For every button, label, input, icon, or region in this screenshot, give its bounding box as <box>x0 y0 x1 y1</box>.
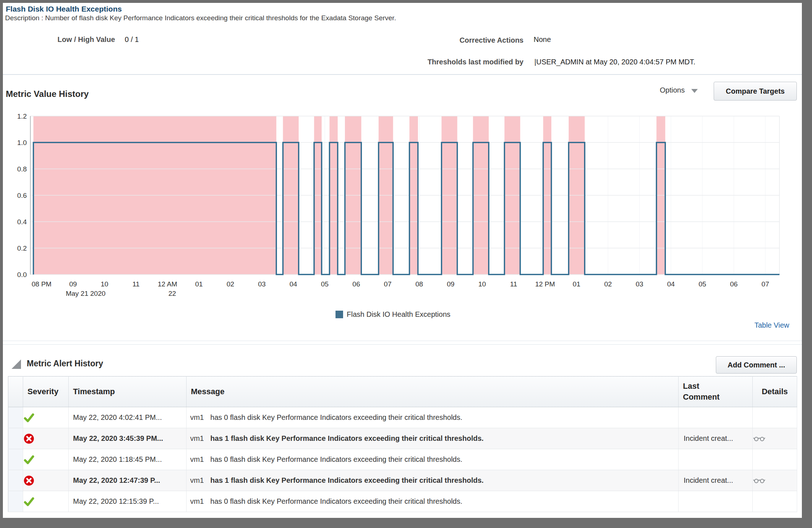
svg-text:22: 22 <box>168 290 176 297</box>
message-cell: vm1has 0 flash disk Key Performance Indi… <box>187 491 679 512</box>
message-text: has 1 flash disk Key Performance Indicat… <box>210 434 484 443</box>
options-label: Options <box>660 86 685 94</box>
svg-text:05: 05 <box>321 280 329 288</box>
col-header-timestamp[interactable]: Timestamp <box>69 376 187 407</box>
col-header-last-comment-label: Last Comment <box>683 381 725 402</box>
page-content: Flash Disk IO Health Exceptions Descript… <box>3 3 802 518</box>
message-text: has 0 flash disk Key Performance Indicat… <box>210 413 462 422</box>
message-text: has 0 flash disk Key Performance Indicat… <box>210 497 462 506</box>
glasses-icon[interactable] <box>753 478 796 484</box>
svg-text:12 AM: 12 AM <box>158 280 177 288</box>
details-cell <box>753 407 797 428</box>
timestamp-cell: May 22, 2020 12:47:39 P... <box>73 476 160 484</box>
page-description: Description : Number of flash disk Key P… <box>5 14 396 22</box>
chart-canvas: 1.21.00.80.60.40.20.008 PM09101112 AM010… <box>3 108 802 307</box>
table-view-link[interactable]: Table View <box>717 321 789 329</box>
metric-value-history-chart: 1.21.00.80.60.40.20.008 PM09101112 AM010… <box>3 108 802 307</box>
svg-text:0.2: 0.2 <box>17 244 27 252</box>
target-name: vm1 <box>190 476 204 485</box>
alert-history-table: Severity Timestamp Message Last Comment … <box>8 376 797 512</box>
section-divider-bottom <box>3 344 802 345</box>
details-cell <box>753 449 797 470</box>
svg-text:01: 01 <box>573 280 580 288</box>
message-cell: vm1has 1 flash disk Key Performance Indi… <box>187 470 679 491</box>
svg-text:09: 09 <box>69 280 77 288</box>
legend-swatch-icon <box>336 311 343 318</box>
message-text: has 1 flash disk Key Performance Indicat… <box>210 476 484 485</box>
svg-text:05: 05 <box>698 280 706 288</box>
details-cell <box>753 428 797 449</box>
table-header-row: Severity Timestamp Message Last Comment … <box>8 376 797 407</box>
message-text: has 0 flash disk Key Performance Indicat… <box>210 455 462 464</box>
timestamp-cell: May 22, 2020 1:18:45 PM... <box>73 455 162 463</box>
row-selector-header <box>8 376 23 407</box>
svg-text:02: 02 <box>227 280 234 288</box>
low-high-label: Low / High Value <box>25 35 115 44</box>
svg-text:0.8: 0.8 <box>17 165 27 173</box>
col-header-severity[interactable]: Severity <box>23 376 69 407</box>
svg-text:04: 04 <box>667 280 675 288</box>
svg-text:1.0: 1.0 <box>17 139 27 146</box>
svg-text:May 21 2020: May 21 2020 <box>66 290 106 297</box>
svg-text:04: 04 <box>290 280 298 288</box>
severity-critical-icon <box>23 470 69 491</box>
compare-targets-button[interactable]: Compare Targets <box>714 82 797 101</box>
svg-text:0.6: 0.6 <box>17 192 27 199</box>
target-name: vm1 <box>190 455 204 464</box>
svg-text:03: 03 <box>258 280 266 288</box>
table-row[interactable]: May 22, 2020 1:18:45 PM... vm1has 0 flas… <box>8 449 797 470</box>
col-header-details[interactable]: Details <box>753 376 797 407</box>
table-row[interactable]: May 22, 2020 12:15:39 P... vm1has 0 flas… <box>8 491 797 512</box>
message-cell: vm1has 1 flash disk Key Performance Indi… <box>187 428 679 449</box>
page-title: Flash Disk IO Health Exceptions <box>6 5 122 13</box>
svg-text:06: 06 <box>352 280 360 288</box>
last-comment-cell <box>679 407 753 428</box>
corrective-actions-label: Corrective Actions <box>415 36 523 44</box>
svg-text:07: 07 <box>384 280 392 288</box>
svg-text:12 PM: 12 PM <box>535 280 555 288</box>
timestamp-cell: May 22, 2020 4:02:41 PM... <box>73 413 162 421</box>
metric-value-history-title: Metric Value History <box>6 89 89 99</box>
svg-text:11: 11 <box>132 280 140 288</box>
last-comment-cell <box>679 491 753 512</box>
table-row[interactable]: May 22, 2020 3:45:39 PM... vm1has 1 flas… <box>8 428 797 449</box>
svg-text:02: 02 <box>604 280 612 288</box>
chevron-down-icon <box>691 89 698 93</box>
svg-text:03: 03 <box>636 280 643 288</box>
row-selector-cell[interactable] <box>8 491 23 512</box>
row-selector-cell[interactable] <box>8 449 23 470</box>
col-header-last-comment[interactable]: Last Comment <box>679 376 753 407</box>
severity-clear-icon <box>23 449 69 470</box>
row-selector-cell[interactable] <box>8 407 23 428</box>
col-header-message[interactable]: Message <box>187 376 679 407</box>
glasses-icon[interactable] <box>753 436 796 442</box>
details-cell <box>753 491 797 512</box>
legend-label: Flash Disk IO Health Exceptions <box>347 310 450 319</box>
add-comment-button[interactable]: Add Comment ... <box>716 356 797 374</box>
thresholds-modified-label: Thresholds last modified by <box>379 58 523 66</box>
svg-text:11: 11 <box>510 280 517 288</box>
screenshot-frame: Flash Disk IO Health Exceptions Descript… <box>0 0 812 528</box>
row-selector-cell[interactable] <box>8 428 23 449</box>
svg-text:0.0: 0.0 <box>17 271 27 278</box>
target-name: vm1 <box>190 413 204 422</box>
row-selector-cell[interactable] <box>8 470 23 491</box>
last-comment-cell: Incident creat... <box>679 428 753 449</box>
section-divider-top <box>3 341 802 341</box>
collapse-triangle-icon[interactable] <box>12 359 21 369</box>
table-row[interactable]: May 22, 2020 4:02:41 PM... vm1has 0 flas… <box>8 407 797 428</box>
message-cell: vm1has 0 flash disk Key Performance Indi… <box>187 449 679 470</box>
details-cell <box>753 470 797 491</box>
options-dropdown[interactable]: Options <box>660 86 698 94</box>
severity-critical-icon <box>23 428 69 449</box>
table-row[interactable]: May 22, 2020 12:47:39 P... vm1has 1 flas… <box>8 470 797 491</box>
message-cell: vm1has 0 flash disk Key Performance Indi… <box>187 407 679 428</box>
last-comment-cell <box>679 449 753 470</box>
svg-text:1.2: 1.2 <box>17 112 27 120</box>
svg-text:10: 10 <box>478 280 486 288</box>
svg-text:07: 07 <box>761 280 769 288</box>
timestamp-cell: May 22, 2020 3:45:39 PM... <box>73 434 163 442</box>
svg-text:08: 08 <box>415 280 423 288</box>
timestamp-cell: May 22, 2020 12:15:39 P... <box>73 497 159 505</box>
thresholds-modified-value: |USER_ADMIN at May 20, 2020 4:04:57 PM M… <box>534 58 695 66</box>
